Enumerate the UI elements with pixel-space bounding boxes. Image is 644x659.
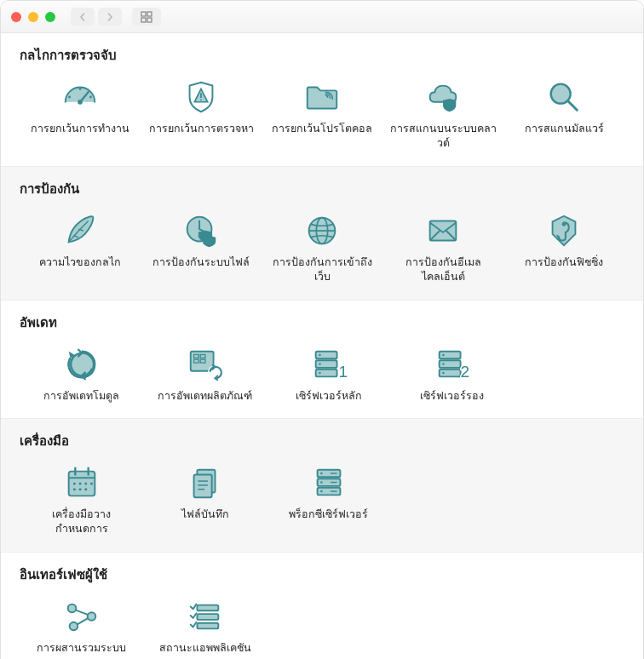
svg-rect-1 — [147, 12, 152, 16]
item-label: เซิร์ฟเวอร์รอง — [420, 389, 484, 404]
phishing-icon — [544, 211, 584, 250]
preference-item[interactable]: การยกเว้นการทำงาน — [20, 74, 141, 151]
section-title: อัพเดท — [20, 312, 624, 333]
item-label: พร็อกซีเซิร์ฟเวอร์ — [289, 507, 368, 522]
status-icon — [186, 597, 225, 636]
section-row: การผสานรวมระบบสถานะแอพพลิเคชัน — [20, 593, 624, 656]
item-label: สถานะแอพพลิเคชัน — [159, 641, 251, 656]
preference-item[interactable]: การยกเว้นโปรโตคอล — [262, 74, 382, 151]
server1-icon — [309, 345, 348, 384]
section-row: การอัพเดทโมดูลการอัพเดทผลิตภัณฑ์เซิร์ฟเว… — [20, 341, 624, 404]
folder-protocol-icon — [302, 77, 342, 117]
preference-item[interactable]: การยกเว้นการตรวจหา — [141, 74, 262, 151]
item-label: การสแกนมัลแวร์ — [525, 122, 604, 136]
preference-item[interactable]: การผสานรวมระบบ — [20, 593, 143, 656]
product-update-icon — [186, 345, 225, 384]
refresh-icon — [62, 345, 101, 384]
preference-item[interactable]: พร็อกซีเซิร์ฟเวอร์ — [267, 460, 390, 536]
server-icon — [309, 463, 348, 502]
section: อินเทอร์เฟซผู้ใช้การผสานรวมระบบสถานะแอพพ… — [1, 553, 643, 659]
clock-shield-icon — [181, 211, 221, 250]
item-label: เซิร์ฟเวอร์หลัก — [296, 389, 362, 404]
section-title: เครื่องมือ — [20, 431, 624, 451]
minimize-button[interactable] — [28, 12, 38, 22]
svg-rect-2 — [141, 18, 146, 22]
section: เครื่องมือเครื่องมือวางกำหนดการไฟล์บันทึ… — [1, 419, 643, 553]
item-label: การยกเว้นโปรโตคอล — [272, 122, 372, 136]
preference-item[interactable]: เครื่องมือวางกำหนดการ — [20, 460, 143, 536]
section: การป้องกันความไวของกลไกการป้องกันระบบไฟล… — [1, 167, 643, 301]
item-label: การป้องกันอีเมลไคลเอ็นต์ — [388, 255, 498, 284]
item-label: การป้องกันการเข้าถึงเว็บ — [267, 255, 377, 284]
forward-button[interactable] — [98, 8, 122, 26]
feather-icon — [60, 211, 100, 250]
item-label: การยกเว้นการตรวจหา — [149, 122, 254, 136]
item-label: การสแกนบนระบบคลาวด์ — [388, 122, 498, 151]
item-label: ความไวของกลไก — [39, 255, 121, 270]
preference-item[interactable]: การสแกนบนระบบคลาวด์ — [382, 74, 503, 151]
preference-item[interactable]: การป้องกันระบบไฟล์ — [141, 208, 262, 284]
section-title: กลไกการตรวจจับ — [20, 45, 624, 66]
item-label: การผสานรวมระบบ — [37, 641, 126, 656]
preference-item[interactable]: การป้องกันฟิชชิ่ง — [503, 208, 624, 284]
section-row: การยกเว้นการทำงานการยกเว้นการตรวจหาการยก… — [20, 74, 624, 151]
item-label: ไฟล์บันทึก — [181, 507, 229, 522]
nav-buttons — [71, 8, 122, 26]
preference-item[interactable]: การอัพเดทผลิตภัณฑ์ — [143, 341, 267, 404]
integration-icon — [62, 597, 101, 636]
titlebar — [1, 1, 643, 33]
item-label: การป้องกันฟิชชิ่ง — [525, 255, 603, 270]
section-row: ความไวของกลไกการป้องกันระบบไฟล์การป้องกั… — [20, 208, 624, 284]
item-label: การยกเว้นการทำงาน — [31, 122, 129, 136]
preference-item[interactable]: การอัพเดทโมดูล — [20, 341, 143, 404]
preference-item[interactable]: สถานะแอพพลิเคชัน — [143, 593, 267, 656]
item-label: การอัพเดทผลิตภัณฑ์ — [158, 389, 252, 404]
section-row: เครื่องมือวางกำหนดการไฟล์บันทึกพร็อกซีเซ… — [20, 460, 624, 536]
item-label: เครื่องมือวางกำหนดการ — [26, 507, 137, 536]
item-label: การอัพเดทโมดูล — [43, 389, 119, 404]
preferences-window: กลไกการตรวจจับการยกเว้นการทำงานการยกเว้น… — [0, 0, 644, 659]
shield-warning-icon — [181, 77, 221, 117]
preference-item[interactable]: ความไวของกลไก — [20, 208, 141, 284]
preference-item[interactable]: การสแกนมัลแวร์ — [503, 74, 624, 151]
close-button[interactable] — [11, 12, 21, 22]
preference-item[interactable]: เซิร์ฟเวอร์หลัก — [267, 341, 390, 404]
grid-view-button[interactable] — [132, 8, 161, 26]
svg-rect-0 — [141, 12, 146, 16]
preference-item[interactable]: ไฟล์บันทึก — [143, 460, 267, 536]
section-title: การป้องกัน — [20, 179, 624, 199]
files-icon — [186, 463, 225, 502]
traffic-lights — [11, 12, 55, 22]
section-title: อินเทอร์เฟซผู้ใช้ — [20, 564, 624, 585]
preference-item[interactable]: การป้องกันอีเมลไคลเอ็นต์ — [382, 208, 503, 284]
server2-icon — [433, 345, 472, 384]
preference-item[interactable]: เซิร์ฟเวอร์รอง — [390, 341, 514, 404]
preference-item[interactable]: การป้องกันการเข้าถึงเว็บ — [262, 208, 382, 284]
maximize-button[interactable] — [45, 12, 55, 22]
section: อัพเดทการอัพเดทโมดูลการอัพเดทผลิตภัณฑ์เซ… — [1, 301, 643, 420]
calendar-icon — [62, 463, 101, 502]
performance-icon — [60, 77, 100, 117]
item-label: การป้องกันระบบไฟล์ — [152, 255, 250, 270]
globe-icon — [302, 211, 342, 250]
magnifier-icon — [544, 77, 584, 117]
mail-icon — [423, 211, 463, 250]
section: กลไกการตรวจจับการยกเว้นการทำงานการยกเว้น… — [1, 33, 643, 167]
back-button[interactable] — [71, 8, 95, 26]
svg-rect-3 — [147, 18, 152, 22]
cloud-shield-icon — [423, 77, 463, 117]
